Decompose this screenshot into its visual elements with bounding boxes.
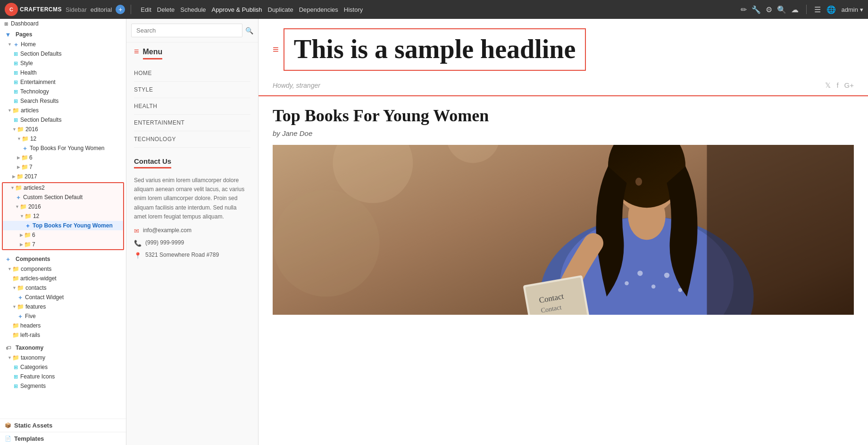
add-site-button[interactable]: + xyxy=(116,5,125,14)
admin-menu[interactable]: admin ▾ xyxy=(842,6,863,13)
sidebar-item-search-results[interactable]: ⊞ Search Results xyxy=(0,96,126,106)
sidebar-item-7[interactable]: ▶ 📁 7 xyxy=(0,162,126,172)
sidebar-item-dashboard[interactable]: ⊞ Dashboard xyxy=(0,19,126,28)
nav-menu-item-home[interactable]: HOME xyxy=(134,65,250,82)
twitter-icon[interactable]: 𝕏 xyxy=(825,81,831,90)
contacts-label: contacts xyxy=(25,285,47,291)
schedule-action[interactable]: Schedule xyxy=(180,6,206,13)
sidebar-item-6-2[interactable]: ▶ 📁 6 xyxy=(3,230,123,240)
sidebar-item-templates[interactable]: 📄 Templates xyxy=(0,432,126,445)
sidebar-item-12[interactable]: ▼ 📁 12 xyxy=(0,134,126,143)
sidebar-item-static-assets[interactable]: 📦 Static Assets xyxy=(0,419,126,432)
sidebar-item-style[interactable]: ⊞ Style xyxy=(0,59,126,68)
sidebar-item-top-books-2[interactable]: + Top Books For Young Women xyxy=(3,221,123,230)
sidebar-item-7-2[interactable]: ▶ 📁 7 xyxy=(3,240,123,249)
components-add-icon: + xyxy=(5,256,11,262)
left-rails-icon: 📁 xyxy=(12,332,19,338)
sidebar-item-6[interactable]: ▶ 📁 6 xyxy=(0,153,126,162)
sidebar-section-taxonomy[interactable]: 🏷 Taxonomy xyxy=(0,342,126,353)
search-button[interactable]: 🔍 xyxy=(245,27,253,34)
sidebar-item-custom-section[interactable]: + Custom Section Default xyxy=(3,193,123,202)
sidebar-item-articles-widget[interactable]: 📁 articles-widget xyxy=(0,274,126,283)
sidebar-item-12-2[interactable]: ▼ 📁 12 xyxy=(3,211,123,221)
headers-label: headers xyxy=(20,322,41,329)
sidebar-item-top-books-1[interactable]: + Top Books For Young Women xyxy=(0,143,126,153)
sidebar-item-home[interactable]: ▼ + Home xyxy=(0,40,126,49)
sidebar-item-articles2[interactable]: ▼ 📁 articles2 xyxy=(3,183,123,193)
logo-text: CRAFTERCMS xyxy=(20,6,62,13)
health-icon: ⊞ xyxy=(12,69,19,76)
sidebar-item-2017[interactable]: ▶ 📁 2017 xyxy=(0,172,126,181)
edit-action[interactable]: Edit xyxy=(141,6,151,13)
logo[interactable]: C CRAFTERCMS xyxy=(5,3,62,16)
sidebar-toggle[interactable]: Sidebar xyxy=(66,6,87,13)
sidebar-item-features[interactable]: ▼ 📁 features xyxy=(0,302,126,311)
comp-folder-icon: 📁 xyxy=(13,266,19,272)
components-label: Components xyxy=(16,256,50,262)
nav-menu-item-style[interactable]: STYLE xyxy=(134,82,250,98)
sidebar-item-2016[interactable]: ▼ 📁 2016 xyxy=(0,125,126,134)
dependencies-action[interactable]: Dependencies xyxy=(299,6,338,13)
dashboard-label: Dashboard xyxy=(11,20,39,27)
sidebar-item-section-defaults[interactable]: ⊞ Section Defaults xyxy=(0,49,126,59)
sidebar-item-contacts[interactable]: ▼ 📁 contacts xyxy=(0,283,126,293)
technology-icon: ⊞ xyxy=(12,88,19,95)
duplicate-action[interactable]: Duplicate xyxy=(268,6,293,13)
sidebar-item-2016-2[interactable]: ▼ 📁 2016 xyxy=(3,202,123,211)
sidebar-section-pages[interactable]: ▼ Pages xyxy=(0,28,126,40)
wrench-icon[interactable]: 🔧 xyxy=(751,5,761,14)
sidebar-item-left-rails[interactable]: 📁 left-rails xyxy=(0,330,126,340)
nav-actions: Edit Delete Schedule Approve & Publish D… xyxy=(141,6,363,13)
google-plus-icon[interactable]: G+ xyxy=(844,81,854,90)
sidebar-item-contact-widget[interactable]: + Contact Widget xyxy=(0,293,126,302)
nav-menu-item-entertainment[interactable]: ENTERTAINMENT xyxy=(134,115,250,131)
search-icon[interactable]: 🔍 xyxy=(777,5,786,14)
tax-folder-expand: ▼ xyxy=(8,355,12,360)
2016-folder-icon: 📁 xyxy=(17,126,24,133)
sidebar-item-headers[interactable]: 📁 headers xyxy=(0,321,126,330)
sidebar-item-categories[interactable]: ⊞ Categories xyxy=(0,362,126,372)
sidebar-item-articles[interactable]: ▼ 📁 articles xyxy=(0,106,126,115)
headline-area: ≡ This is a sample headline xyxy=(259,19,868,76)
sidebar-item-segments[interactable]: ⊞ Segments xyxy=(0,381,126,391)
settings-icon[interactable]: ⚙ xyxy=(766,5,772,14)
sidebar-item-health[interactable]: ⊞ Health xyxy=(0,68,126,77)
12-2-expand: ▼ xyxy=(20,214,24,218)
sidebar-item-entertainment[interactable]: ⊞ Entertainment xyxy=(0,77,126,87)
facebook-icon[interactable]: f xyxy=(836,81,838,90)
howdy-text: Howdy, stranger xyxy=(273,82,320,89)
pages-label: Pages xyxy=(16,31,32,38)
sidebar-section-components[interactable]: + Components xyxy=(0,253,126,264)
pencil-icon[interactable]: ✏ xyxy=(741,5,747,14)
taxonomy-icon: 🏷 xyxy=(5,344,11,351)
sidebar-item-components-folder[interactable]: ▼ 📁 components xyxy=(0,264,126,274)
sidebar-item-technology[interactable]: ⊞ Technology xyxy=(0,87,126,96)
categories-icon: ⊞ xyxy=(12,364,19,370)
12-label: 12 xyxy=(30,135,36,142)
12-2-label: 12 xyxy=(33,213,39,219)
articles-widget-label: articles-widget xyxy=(20,275,57,282)
search-input[interactable] xyxy=(131,24,242,37)
nav-menu-item-health[interactable]: HEALTH xyxy=(134,98,250,115)
sidebar-item-five[interactable]: + Five xyxy=(0,311,126,321)
contact-email: info@example.com xyxy=(143,227,192,234)
social-icons: 𝕏 f G+ xyxy=(825,81,854,90)
12-2-folder-icon: 📁 xyxy=(25,213,32,219)
nav-menu-item-technology[interactable]: TECHNOLOGY xyxy=(134,131,250,148)
contact-title: Contact Us xyxy=(134,157,171,168)
delete-action[interactable]: Delete xyxy=(157,6,175,13)
sidebar-item-feature-icons[interactable]: ⊞ Feature Icons xyxy=(0,372,126,381)
article-author: by Jane Doe xyxy=(273,129,854,137)
search-results-label: Search Results xyxy=(20,98,58,104)
five-icon: + xyxy=(17,313,24,319)
history-action[interactable]: History xyxy=(344,6,363,13)
approve-publish-action[interactable]: Approve & Publish xyxy=(212,6,262,13)
6-label: 6 xyxy=(29,154,33,161)
cloud-icon[interactable]: ☁ xyxy=(791,5,799,14)
globe-icon[interactable]: 🌐 xyxy=(826,5,836,14)
sidebar-item-taxonomy-folder[interactable]: ▼ 📁 taxonomy xyxy=(0,353,126,362)
hamburger-icon[interactable]: ☰ xyxy=(814,5,821,14)
categories-label: Categories xyxy=(20,364,48,370)
6-2-label: 6 xyxy=(32,232,35,238)
sidebar-item-articles-section-defaults[interactable]: ⊞ Section Defaults xyxy=(0,115,126,125)
